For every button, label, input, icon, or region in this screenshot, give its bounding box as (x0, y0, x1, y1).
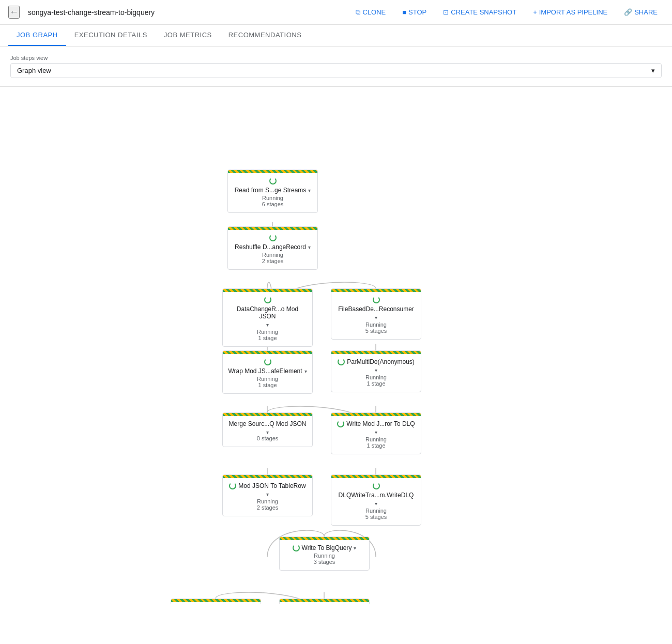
node-title: DLQWriteTra...m.WriteDLQ ▾ (337, 482, 416, 507)
share-icon: 🔗 (624, 8, 632, 16)
chevron-icon: ▾ (375, 367, 377, 373)
tab-job-graph[interactable]: JOB GRAPH (8, 25, 66, 46)
node-title: DataChangeR...o Mod JSON ▾ (228, 296, 307, 328)
running-icon (269, 234, 277, 241)
graph-view-dropdown[interactable]: Graph view ▾ (10, 63, 662, 78)
node-status: Running (228, 329, 307, 335)
header: ← songya-test-change-stream-to-bigquery … (0, 0, 672, 25)
node-status: Running (337, 436, 416, 442)
node-content: Write To BigQuery ▾ Running 3 stages (280, 540, 369, 570)
running-icon (373, 296, 380, 303)
node-title: Mod JSON To TableRow ▾ (228, 482, 307, 497)
chevron-icon: ▾ (266, 492, 269, 497)
chevron-icon: ▾ (266, 430, 269, 435)
node-stages: 1 stage (228, 335, 307, 341)
node-failed-mod-transform[interactable]: Failed Mod ...sformation ▾ Running 2 sta… (171, 599, 261, 604)
header-actions: ⧉ CLONE ■ STOP ⊡ CREATE SNAPSHOT + IMPOR… (349, 5, 664, 20)
graph-connectors (0, 87, 672, 604)
node-content: DataChangeR...o Mod JSON ▾ Running 1 sta… (223, 292, 312, 346)
running-icon (338, 358, 345, 365)
back-button[interactable]: ← (8, 6, 20, 19)
share-button[interactable]: 🔗 SHARE (618, 5, 664, 19)
node-status: Running (337, 321, 416, 328)
node-content: Reshuffle D...angeRecord ▾ Running 2 sta… (228, 230, 317, 269)
stop-button[interactable]: ■ STOP (396, 5, 433, 19)
running-icon (373, 482, 380, 489)
node-merge-source[interactable]: Merge Sourc...Q Mod JSON ▾ 0 stages (222, 412, 313, 447)
node-read-from-storage[interactable]: Read from S...ge Streams ▾ Running 6 sta… (227, 170, 318, 213)
node-stages: 5 stages (337, 328, 416, 334)
node-filebased[interactable]: FileBasedDe...Reconsumer ▾ Running 5 sta… (331, 288, 421, 340)
pipeline-icon: + (533, 8, 537, 16)
node-content: Failed Mod ...ery Writes ▾ Running 1 sta… (280, 602, 369, 604)
page-title: songya-test-change-stream-to-bigquery (28, 8, 341, 17)
node-title: FileBasedDe...Reconsumer ▾ (337, 296, 416, 320)
node-stages: 6 stages (233, 201, 312, 207)
node-wrap-mod[interactable]: Wrap Mod JS...afeElement ▾ Running 1 sta… (222, 350, 313, 394)
node-content: FileBasedDe...Reconsumer ▾ Running 5 sta… (331, 292, 421, 339)
tab-recommendations[interactable]: RECOMMENDATIONS (220, 25, 310, 46)
node-content: Read from S...ge Streams ▾ Running 6 sta… (228, 173, 317, 212)
snapshot-icon: ⊡ (443, 8, 449, 16)
node-stages: 1 stage (337, 380, 416, 387)
node-dlqwrite[interactable]: DLQWriteTra...m.WriteDLQ ▾ Running 5 sta… (331, 474, 421, 526)
chevron-down-icon: ▾ (651, 67, 655, 74)
node-content: Mod JSON To TableRow ▾ Running 2 stages (223, 478, 312, 516)
node-title: Merge Sourc...Q Mod JSON ▾ (228, 420, 307, 435)
node-par-multi[interactable]: ParMultiDo(Anonymous) ▾ Running 1 stage (331, 350, 421, 392)
chevron-icon: ▾ (375, 430, 377, 435)
running-icon (337, 420, 344, 427)
node-reshuffle[interactable]: Reshuffle D...angeRecord ▾ Running 2 sta… (227, 226, 318, 270)
job-steps-view: Job steps view Graph view ▾ (0, 47, 672, 87)
stop-icon: ■ (402, 8, 406, 16)
running-icon (264, 296, 271, 303)
snapshot-button[interactable]: ⊡ CREATE SNAPSHOT (437, 5, 523, 19)
graph-area[interactable]: Read from S...ge Streams ▾ Running 6 sta… (0, 87, 672, 604)
running-icon (293, 544, 300, 551)
node-stages: 0 stages (228, 435, 307, 441)
clone-icon: ⧉ (356, 8, 360, 17)
running-icon (229, 482, 236, 489)
node-stages: 5 stages (337, 514, 416, 520)
tab-execution-details[interactable]: EXECUTION DETAILS (66, 25, 156, 46)
node-title: Write To BigQuery ▾ (285, 544, 364, 551)
node-stages: 2 stages (228, 504, 307, 511)
node-write-bigquery[interactable]: Write To BigQuery ▾ Running 3 stages (279, 536, 370, 571)
node-datachange[interactable]: DataChangeR...o Mod JSON ▾ Running 1 sta… (222, 288, 313, 347)
node-title: Wrap Mod JS...afeElement ▾ (228, 358, 307, 375)
tab-job-metrics[interactable]: JOB METRICS (156, 25, 220, 46)
node-failed-mod-writes[interactable]: Failed Mod ...ery Writes ▾ Running 1 sta… (279, 599, 370, 604)
node-content: Failed Mod ...sformation ▾ Running 2 sta… (171, 602, 261, 604)
node-status: Running (233, 195, 312, 201)
node-title: ParMultiDo(Anonymous) ▾ (337, 358, 416, 373)
tabs: JOB GRAPH EXECUTION DETAILS JOB METRICS … (0, 25, 672, 47)
node-content: ParMultiDo(Anonymous) ▾ Running 1 stage (331, 354, 421, 392)
node-stages: 1 stage (337, 442, 416, 449)
running-icon (269, 177, 277, 185)
node-title: Reshuffle D...angeRecord ▾ (233, 234, 312, 251)
clone-button[interactable]: ⧉ CLONE (349, 5, 392, 20)
chevron-icon: ▾ (308, 244, 311, 250)
node-status: Running (228, 376, 307, 382)
node-status: Running (337, 374, 416, 380)
chevron-icon: ▾ (266, 322, 269, 328)
node-content: Write Mod J...ror To DLQ ▾ Running 1 sta… (331, 416, 421, 454)
node-mod-json-tablerow[interactable]: Mod JSON To TableRow ▾ Running 2 stages (222, 474, 313, 516)
node-stages: 1 stage (228, 382, 307, 388)
running-icon (264, 358, 271, 365)
node-status: Running (228, 498, 307, 504)
node-stages: 2 stages (233, 258, 312, 264)
chevron-icon: ▾ (304, 369, 307, 374)
node-title: Write Mod J...ror To DLQ ▾ (337, 420, 416, 435)
node-status: Running (233, 252, 312, 258)
pipeline-button[interactable]: + IMPORT AS PIPELINE (527, 5, 614, 19)
chevron-icon: ▾ (375, 501, 377, 507)
node-content: DLQWriteTra...m.WriteDLQ ▾ Running 5 sta… (331, 478, 421, 525)
node-write-mod[interactable]: Write Mod J...ror To DLQ ▾ Running 1 sta… (331, 412, 421, 454)
node-status: Running (285, 553, 364, 559)
node-stages: 3 stages (285, 559, 364, 565)
node-content: Wrap Mod JS...afeElement ▾ Running 1 sta… (223, 354, 312, 393)
node-content: Merge Sourc...Q Mod JSON ▾ 0 stages (223, 416, 312, 447)
chevron-icon: ▾ (375, 315, 377, 320)
node-title: Read from S...ge Streams ▾ (233, 177, 312, 194)
